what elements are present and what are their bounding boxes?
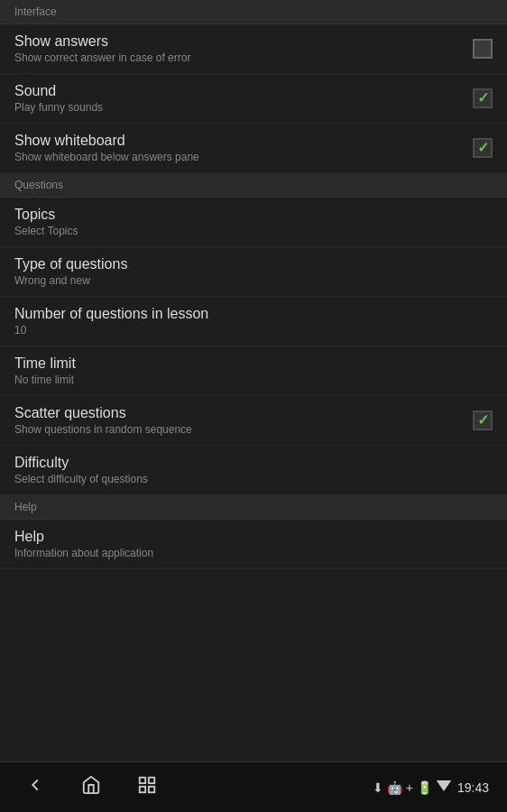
nav-bar: ⬇ 🤖 + 🔋 19:43 <box>0 761 507 812</box>
setting-show-whiteboard[interactable]: Show whiteboard Show whiteboard below an… <box>0 124 507 173</box>
show-whiteboard-subtitle: Show whiteboard below answers pane <box>14 151 473 163</box>
sound-checkbox[interactable] <box>473 88 493 108</box>
setting-topics[interactable]: Topics Select Topics <box>0 198 507 247</box>
add-icon: + <box>406 780 413 795</box>
section-header-help: Help <box>0 495 507 520</box>
setting-help[interactable]: Help Information about application <box>0 520 507 569</box>
difficulty-title: Difficulty <box>14 455 493 471</box>
type-of-questions-title: Type of questions <box>14 256 493 272</box>
svg-rect-3 <box>149 787 154 792</box>
setting-scatter-questions[interactable]: Scatter questions Show questions in rand… <box>0 396 507 446</box>
status-bar: ⬇ 🤖 + 🔋 19:43 <box>373 780 489 795</box>
setting-difficulty[interactable]: Difficulty Select difficulty of question… <box>0 446 507 495</box>
svg-rect-0 <box>140 778 145 783</box>
show-answers-checkbox[interactable] <box>473 39 493 59</box>
section-header-interface: Interface <box>0 0 507 24</box>
sound-subtitle: Play funny sounds <box>14 101 473 114</box>
setting-type-of-questions[interactable]: Type of questions Wrong and new <box>0 247 507 297</box>
number-of-questions-title: Number of questions in lesson <box>14 306 493 322</box>
nav-buttons <box>18 768 164 807</box>
time-limit-subtitle: No time limit <box>14 374 493 386</box>
scatter-questions-subtitle: Show questions in random sequence <box>14 423 473 436</box>
setting-number-of-questions[interactable]: Number of questions in lesson 10 <box>0 297 507 346</box>
difficulty-subtitle: Select difficulty of questions <box>14 473 493 485</box>
android-icon: 🤖 <box>387 780 402 795</box>
show-whiteboard-checkbox[interactable] <box>473 138 493 158</box>
settings-screen: Interface Show answers Show correct answ… <box>0 0 507 812</box>
number-of-questions-subtitle: 10 <box>14 324 493 337</box>
time-limit-title: Time limit <box>14 355 493 372</box>
show-answers-subtitle: Show correct answer in case of error <box>14 51 473 64</box>
section-header-questions: Questions <box>0 173 507 198</box>
wifi-icon <box>436 780 452 795</box>
show-whiteboard-title: Show whiteboard <box>14 133 473 149</box>
help-subtitle: Information about application <box>14 547 493 559</box>
back-button[interactable] <box>18 768 52 807</box>
type-of-questions-subtitle: Wrong and new <box>14 274 493 287</box>
help-title: Help <box>14 529 493 545</box>
download-icon: ⬇ <box>373 780 383 795</box>
scatter-questions-title: Scatter questions <box>14 405 473 421</box>
settings-list: Interface Show answers Show correct answ… <box>0 0 507 761</box>
battery-icon: 🔋 <box>417 780 432 795</box>
topics-subtitle: Select Topics <box>14 225 493 237</box>
setting-time-limit[interactable]: Time limit No time limit <box>0 346 507 396</box>
svg-rect-2 <box>140 787 145 792</box>
show-answers-title: Show answers <box>14 33 473 50</box>
sound-title: Sound <box>14 83 473 99</box>
scatter-questions-checkbox[interactable] <box>473 411 493 430</box>
setting-sound[interactable]: Sound Play funny sounds <box>0 74 507 124</box>
time-display: 19:43 <box>457 780 489 795</box>
topics-title: Topics <box>14 207 493 223</box>
status-icons: ⬇ 🤖 + 🔋 <box>373 780 452 795</box>
recents-button[interactable] <box>130 768 164 807</box>
svg-rect-1 <box>149 778 154 783</box>
home-button[interactable] <box>74 768 108 807</box>
setting-show-answers[interactable]: Show answers Show correct answer in case… <box>0 24 507 74</box>
